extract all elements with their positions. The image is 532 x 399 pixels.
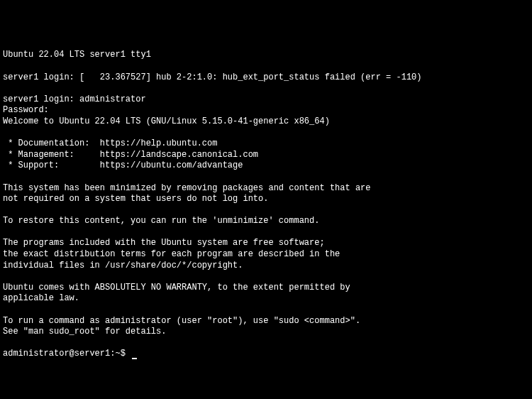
programs-line-1: The programs included with the Ubuntu sy… — [3, 238, 325, 248]
welcome-line: Welcome to Ubuntu 22.04 LTS (GNU/Linux 5… — [3, 116, 330, 126]
mgmt-link-line: * Management: https://landscape.canonica… — [3, 150, 258, 160]
warranty-line-1: Ubuntu comes with ABSOLUTELY NO WARRANTY… — [3, 283, 350, 293]
shell-prompt[interactable]: administrator@server1:~$ — [3, 349, 131, 359]
sudo-line-1: To run a command as administrator (user … — [3, 316, 360, 326]
warranty-line-2: applicable law. — [3, 293, 79, 303]
login-error-line: server1 login: [ 23.367527] hub 2-2:1.0:… — [3, 72, 422, 82]
cursor-icon — [132, 358, 137, 359]
tty-header: Ubuntu 22.04 LTS server1 tty1 — [3, 50, 151, 60]
minimized-line-2: not required on a system that users do n… — [3, 194, 268, 204]
doc-link-line: * Documentation: https://help.ubuntu.com — [3, 138, 217, 148]
programs-line-2: the exact distribution terms for each pr… — [3, 249, 340, 259]
programs-line-3: individual files in /usr/share/doc/*/cop… — [3, 261, 243, 270]
terminal-output[interactable]: Ubuntu 22.04 LTS server1 tty1 server1 lo… — [3, 50, 529, 360]
support-link-line: * Support: https://ubuntu.com/advantage — [3, 160, 243, 170]
restore-line: To restore this content, you can run the… — [3, 216, 319, 226]
sudo-line-2: See "man sudo_root" for details. — [3, 327, 166, 337]
login-user-line: server1 login: administrator — [3, 94, 146, 104]
minimized-line-1: This system has been minimized by removi… — [3, 183, 370, 193]
password-prompt: Password: — [3, 105, 49, 115]
